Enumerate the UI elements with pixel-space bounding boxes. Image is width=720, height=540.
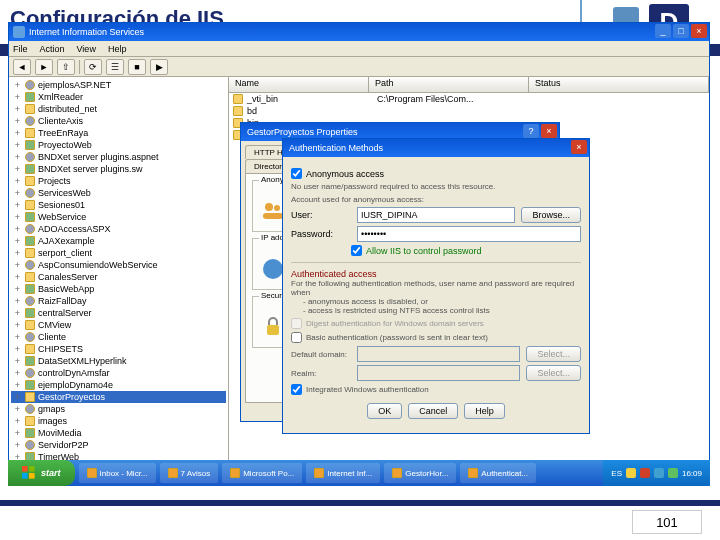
list-header[interactable]: Name Path Status [229, 77, 709, 93]
task-item[interactable]: Authenticat... [460, 463, 536, 483]
close-button[interactable]: × [571, 140, 587, 154]
task-item[interactable]: 7 Avisos [160, 463, 219, 483]
iis-titlebar[interactable]: Internet Information Services _ □ × [9, 23, 709, 41]
menu-view[interactable]: View [77, 44, 96, 54]
auth-titlebar[interactable]: Authentication Methods × [283, 139, 589, 157]
tree-item[interactable]: +ProyectoWeb [11, 139, 226, 151]
tray-icon[interactable] [654, 468, 664, 478]
default-domain-label: Default domain: [291, 350, 351, 359]
bullet2: - access is restricted using NTFS access… [303, 306, 581, 315]
basic-label: Basic authentication (password is sent i… [306, 333, 488, 342]
basic-checkbox[interactable] [291, 332, 302, 343]
system-tray[interactable]: ES 16:09 [603, 460, 710, 486]
tree-item[interactable]: +images [11, 415, 226, 427]
play-button[interactable]: ▶ [150, 59, 168, 75]
back-button[interactable]: ◄ [13, 59, 31, 75]
start-button[interactable]: start [8, 460, 75, 486]
menubar: FileActionViewHelp [9, 41, 709, 57]
svg-rect-2 [263, 213, 283, 219]
tree-item[interactable]: +TreeEnRaya [11, 127, 226, 139]
integrated-checkbox[interactable] [291, 384, 302, 395]
tree-item[interactable]: +CHIPSETS [11, 343, 226, 355]
digest-checkbox [291, 318, 302, 329]
col-name[interactable]: Name [229, 77, 369, 92]
tree-item[interactable]: +CMView [11, 319, 226, 331]
up-button[interactable]: ⇧ [57, 59, 75, 75]
properties-title: GestorProyectos Properties [247, 127, 358, 137]
tree-item[interactable]: +distributed_net [11, 103, 226, 115]
clock[interactable]: 16:09 [682, 469, 702, 478]
help-button[interactable]: Help [464, 403, 505, 419]
auth-title-text: Authentication Methods [289, 143, 383, 153]
tree-item[interactable]: +gmaps [11, 403, 226, 415]
tree-item[interactable]: +WebService [11, 211, 226, 223]
list-item[interactable]: bd [229, 105, 709, 117]
tree-item[interactable]: +Cliente [11, 331, 226, 343]
tree-item[interactable]: +ejemploDynamo4e [11, 379, 226, 391]
menu-file[interactable]: File [13, 44, 28, 54]
anon-desc: No user name/password required to access… [291, 182, 581, 191]
col-status[interactable]: Status [529, 77, 709, 92]
tree-item[interactable]: +ejemplosASP.NET [11, 79, 226, 91]
user-field[interactable] [357, 207, 515, 223]
digest-label: Digest authentication for Windows domain… [306, 319, 484, 328]
tree-item[interactable]: +BasicWebApp [11, 283, 226, 295]
tree-item[interactable]: +AJAXexample [11, 235, 226, 247]
svg-rect-7 [22, 473, 28, 479]
tree-item[interactable]: +DataSetXMLHyperlink [11, 355, 226, 367]
lang-indicator[interactable]: ES [611, 469, 622, 478]
auth-dialog[interactable]: Authentication Methods × Anonymous acces… [282, 138, 590, 434]
tree-item[interactable]: +ADOAccessASPX [11, 223, 226, 235]
maximize-button[interactable]: □ [673, 24, 689, 38]
account-label: Account used for anonymous access: [291, 195, 581, 204]
tree-item[interactable]: +Projects [11, 175, 226, 187]
task-item[interactable]: Microsoft Po... [222, 463, 302, 483]
allow-iis-checkbox[interactable] [351, 245, 362, 256]
menu-help[interactable]: Help [108, 44, 127, 54]
tree-pane[interactable]: +ejemplosASP.NET+XmlReader+distributed_n… [9, 77, 229, 471]
tray-icon[interactable] [668, 468, 678, 478]
tree-item[interactable]: +MoviMedia [11, 427, 226, 439]
tree-item[interactable]: +BNDXet server plugins.aspnet [11, 151, 226, 163]
menu-action[interactable]: Action [40, 44, 65, 54]
tree-item[interactable]: +RaizFallDay [11, 295, 226, 307]
list-item[interactable]: _vti_binC:\Program Files\Com... [229, 93, 709, 105]
tree-item[interactable]: +serport_client [11, 247, 226, 259]
tree-item[interactable]: +Sesiones01 [11, 199, 226, 211]
tray-icon[interactable] [640, 468, 650, 478]
bullet1: - anonymous access is disabled, or [303, 297, 581, 306]
windows-logo-icon [22, 466, 36, 480]
tree-item[interactable]: +GestorProyectos [11, 391, 226, 403]
help-button[interactable]: ? [523, 124, 539, 138]
tree-item[interactable]: +XmlReader [11, 91, 226, 103]
tree-item[interactable]: +ClienteAxis [11, 115, 226, 127]
browse-button[interactable]: Browse... [521, 207, 581, 223]
stop-button[interactable]: ■ [128, 59, 146, 75]
password-field[interactable] [357, 226, 581, 242]
anon-access-checkbox[interactable] [291, 168, 302, 179]
tree-item[interactable]: +BNDXet server plugins.sw [11, 163, 226, 175]
props-button[interactable]: ☰ [106, 59, 124, 75]
forward-button[interactable]: ► [35, 59, 53, 75]
col-path[interactable]: Path [369, 77, 529, 92]
task-item[interactable]: GestorHor... [384, 463, 456, 483]
task-item[interactable]: Inbox - Micr... [79, 463, 156, 483]
tree-item[interactable]: +CanalesServer [11, 271, 226, 283]
realm-label: Realm: [291, 369, 351, 378]
tree-item[interactable]: +controlDynAmsfar [11, 367, 226, 379]
ok-button[interactable]: OK [367, 403, 402, 419]
cancel-button[interactable]: Cancel [408, 403, 458, 419]
tray-icon[interactable] [626, 468, 636, 478]
tree-item[interactable]: +AspConsumiendoWebService [11, 259, 226, 271]
tree-item[interactable]: +ServicesWeb [11, 187, 226, 199]
tree-item[interactable]: +centralServer [11, 307, 226, 319]
tree-item[interactable]: +ServidorP2P [11, 439, 226, 451]
task-item[interactable]: Internet Inf... [306, 463, 380, 483]
svg-rect-8 [29, 473, 35, 479]
close-button[interactable]: × [541, 124, 557, 138]
iis-app-icon [13, 26, 25, 38]
close-button[interactable]: × [691, 24, 707, 38]
authacc-title: Authenticated access [291, 269, 581, 279]
minimize-button[interactable]: _ [655, 24, 671, 38]
refresh-button[interactable]: ⟳ [84, 59, 102, 75]
